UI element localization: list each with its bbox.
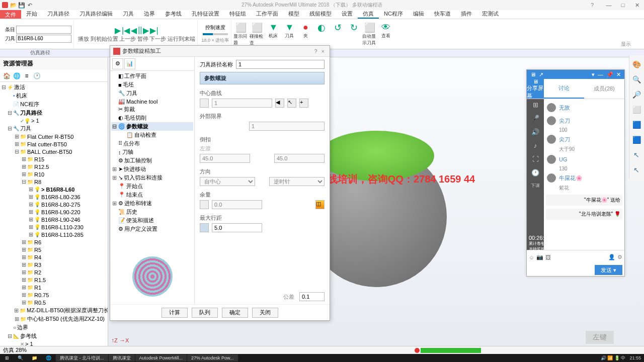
- rtb-cursor1-icon[interactable]: ↖: [630, 149, 642, 161]
- menu-item-15[interactable]: 快车道: [429, 10, 456, 18]
- tree-node[interactable]: ⊞📁R6: [0, 238, 108, 246]
- save-icon[interactable]: 💾: [18, 2, 25, 9]
- entity-combo[interactable]: [16, 26, 71, 34]
- tree-node[interactable]: ⊞📁R1: [0, 284, 108, 291]
- tree-node[interactable]: ⊞📁R0.75: [0, 291, 108, 299]
- tree-node[interactable]: •机床: [0, 92, 108, 100]
- rtb-zoom-in-icon[interactable]: 🔍: [630, 73, 642, 85]
- tree-node[interactable]: ⊞💡B16R8-L90-220: [0, 208, 108, 216]
- browser-button[interactable]: 🌐: [42, 354, 55, 361]
- tree-node[interactable]: ⊟⚡激活: [0, 83, 108, 92]
- strategy-node[interactable]: ■毛坯: [111, 80, 193, 89]
- allowance-input[interactable]: [212, 200, 262, 209]
- minimize-button[interactable]: —: [604, 2, 614, 9]
- tolerance-input[interactable]: [299, 292, 325, 301]
- fwd-icon[interactable]: ▶: [143, 26, 149, 35]
- last-icon[interactable]: ▶|: [150, 26, 158, 35]
- strategy-node[interactable]: 📝便笺和描述: [111, 216, 193, 225]
- menu-item-7[interactable]: 特征组: [224, 10, 251, 18]
- strategy-node[interactable]: 🔧刀具: [111, 89, 193, 98]
- tool-combo[interactable]: [16, 35, 71, 43]
- ribbon-btn-9[interactable]: 👁查看: [378, 22, 393, 46]
- tree-node[interactable]: ⊞📁R15: [0, 155, 108, 163]
- image-icon[interactable]: 🖼: [545, 254, 551, 260]
- tree-node[interactable]: 📄NC程序: [0, 100, 108, 109]
- tree-node[interactable]: ⊞📁MZ-DILL-BT50(根据深度调整刀长): [0, 306, 108, 315]
- ribbon-btn-2[interactable]: ▼机床: [266, 22, 281, 46]
- queue-button[interactable]: 队列: [192, 308, 218, 318]
- tree-node[interactable]: ⊞💡> B16R8-L60: [0, 186, 108, 193]
- user-icon[interactable]: 👤: [608, 254, 615, 260]
- menu-item-17[interactable]: 宏测试: [477, 10, 504, 18]
- open-icon[interactable]: 📂: [10, 2, 17, 9]
- menu-item-3[interactable]: 刀具: [118, 10, 139, 18]
- rtb-iso1-icon[interactable]: 🟦: [630, 119, 642, 131]
- chat-user[interactable]: UG: [546, 153, 622, 166]
- first-icon[interactable]: |◀: [122, 26, 130, 35]
- dlg-tb-icon-2[interactable]: 📊: [124, 58, 135, 69]
- gear-icon[interactable]: ⚙: [617, 254, 622, 260]
- chat-tab-members[interactable]: 成员(28): [584, 79, 624, 99]
- close-button[interactable]: ✕: [632, 2, 642, 9]
- menu-item-0[interactable]: 开始: [21, 10, 42, 18]
- file-menu[interactable]: 文件: [0, 10, 21, 19]
- chamfer-input-1[interactable]: [200, 154, 250, 163]
- chat-side-clock-icon[interactable]: 🕐: [531, 169, 539, 176]
- tree-node[interactable]: ⊟🔧刀具: [0, 124, 108, 133]
- menu-item-10[interactable]: 残留模型: [304, 10, 337, 18]
- strategy-node[interactable]: ✂剪裁: [111, 105, 193, 114]
- tree-node[interactable]: ⊟📁BALL Cutter-BT50: [0, 148, 108, 155]
- taskbar-app-1[interactable]: 腾讯课堂 - 北斗培训...: [56, 354, 108, 361]
- taskbar-app-2[interactable]: 腾讯课堂: [109, 354, 135, 361]
- ribbon-btn-8[interactable]: ⬜自动显示刀具: [362, 22, 377, 46]
- strategy-node[interactable]: ⊞➤快进移动: [111, 165, 193, 173]
- tree-node[interactable]: ⊞📁中心钻-BT50 (优先选用ZXZ-10): [0, 315, 108, 323]
- tree-node[interactable]: ⊞📁R12.5: [0, 163, 108, 170]
- calculate-button[interactable]: 计算: [162, 308, 188, 318]
- help-icon[interactable]: ?: [591, 2, 594, 8]
- tree-node[interactable]: ⊞💡B16R8-L90-246: [0, 216, 108, 223]
- ribbon-btn-3[interactable]: ▼刀具: [282, 22, 297, 46]
- strategy-tree[interactable]: ◧工作平面■毛坯🔧刀具🏭Machine tool✂剪裁◐毛坯切削⊟🌀参数螺旋📋自…: [110, 71, 194, 249]
- center-curve-input[interactable]: [212, 99, 272, 108]
- tree-node[interactable]: ⊟🔧刀具路径: [0, 109, 108, 117]
- dialog-titlebar[interactable]: 参数螺旋精加工 ? ×: [110, 46, 330, 57]
- chat-user[interactable]: 尖刀: [546, 133, 622, 146]
- direction-select-2[interactable]: 逆时针: [269, 177, 325, 186]
- menu-item-4[interactable]: 边界: [139, 10, 160, 18]
- ribbon-btn-1[interactable]: ⬜碰撞检查: [250, 22, 265, 46]
- chat-side-grid-icon[interactable]: ⊞: [533, 101, 538, 109]
- chat-close-icon[interactable]: ✕: [615, 71, 622, 78]
- tree-node[interactable]: ⊞💡B16R8-L110-285: [0, 231, 108, 238]
- strategy-node[interactable]: ⊞↘切入切出和连接: [111, 173, 193, 182]
- system-tray[interactable]: 🔊 📶 🔋 中: [599, 355, 628, 361]
- tree-node[interactable]: ○边界: [0, 323, 108, 332]
- tree-node[interactable]: ⊞📁R10: [0, 170, 108, 178]
- tree-node[interactable]: ✓💡> 1: [0, 117, 108, 124]
- menu-item-9[interactable]: 模型: [283, 10, 304, 18]
- close-dialog-button[interactable]: 关闭: [252, 308, 278, 318]
- center-btn2[interactable]: ↖: [287, 99, 296, 108]
- tree-node[interactable]: ⊞📁R3: [0, 261, 108, 268]
- ribbon-btn-5[interactable]: ◐: [314, 22, 329, 46]
- rtb-view-icon[interactable]: ⬜: [630, 104, 642, 116]
- strategy-node[interactable]: ⚙加工轴控制: [111, 156, 193, 165]
- play-icon[interactable]: ▶: [115, 26, 121, 35]
- rm-globe-icon[interactable]: 🌐: [12, 71, 21, 80]
- allow-toggle[interactable]: [200, 200, 209, 209]
- strategy-node[interactable]: ◐毛坯切削: [111, 114, 193, 122]
- menu-item-12[interactable]: 仿真: [358, 10, 379, 19]
- allow-thickness-icon[interactable]: ◫: [315, 200, 325, 209]
- chat-user[interactable]: 牛屎花🌸: [546, 171, 622, 185]
- strategy-node[interactable]: ⠿点分布: [111, 139, 193, 148]
- menu-item-8[interactable]: 工作平面: [251, 10, 283, 18]
- strategy-node[interactable]: 📍开始点: [111, 182, 193, 191]
- tree-node[interactable]: ⊞📁Flat Cutter R-BT50: [0, 133, 108, 140]
- menu-item-1[interactable]: 刀具路径: [42, 10, 74, 18]
- tree-node[interactable]: ⊞📁R0.5: [0, 299, 108, 306]
- ribbon-btn-0[interactable]: ⬜显示问题: [233, 22, 249, 46]
- taskbar-app-3[interactable]: Autodesk PowerMill...: [135, 354, 187, 361]
- maximize-button[interactable]: □: [618, 2, 628, 9]
- chat-monitor-icon[interactable]: 🖥: [529, 71, 537, 77]
- chat-side-speaker-icon[interactable]: 🔊: [531, 128, 539, 136]
